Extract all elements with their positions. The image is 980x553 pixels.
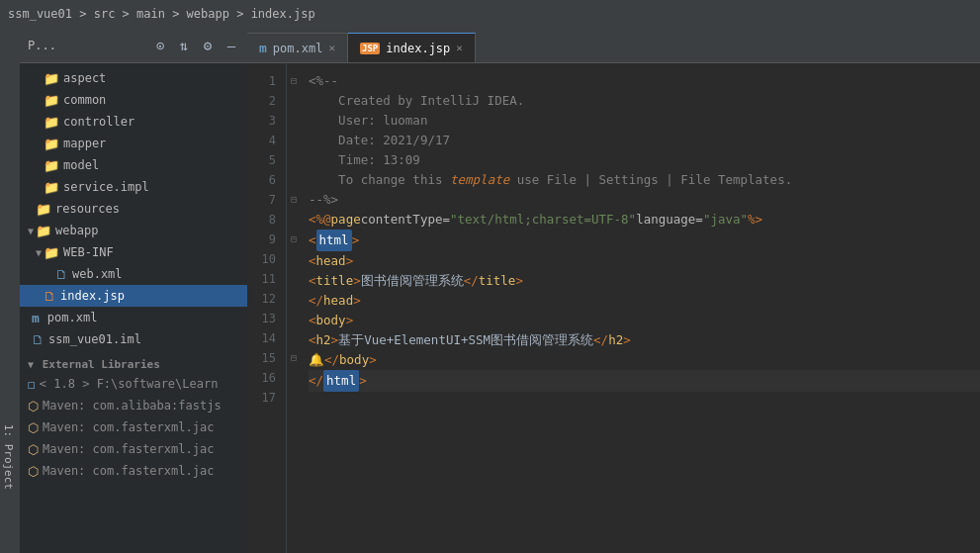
code-line-12: </head>	[309, 291, 980, 311]
tree-item-maven2[interactable]: ⬡ Maven: com.fasterxml.jac	[20, 416, 247, 438]
tree-label: index.jsp	[60, 289, 125, 303]
tree-item-jdk[interactable]: ◻ < 1.8 > F:\software\Learn	[20, 373, 247, 395]
code-line-4: Date: 2021/9/17	[309, 131, 980, 150]
tree-item-index-jsp[interactable]: 🗋 index.jsp	[20, 285, 247, 307]
tree-item-ssm-iml[interactable]: 🗋 ssm_vue01.iml	[20, 328, 247, 350]
fold-marker-9[interactable]: ⊟	[287, 230, 301, 249]
tab-bar: m pom.xml ✕ JSP index.jsp ✕	[247, 28, 980, 63]
editor-area: m pom.xml ✕ JSP index.jsp ✕ 1 2 3 4 5 6 …	[247, 28, 980, 553]
tree-label: model	[63, 158, 99, 172]
tab-label: pom.xml	[273, 42, 323, 55]
code-line-6: To change this template use File | Setti…	[309, 170, 980, 190]
gutter: ⊟ ⊟ ⊟ ⊟	[287, 63, 301, 553]
folder-icon: 📁	[44, 245, 59, 260]
m-icon: m	[32, 311, 40, 325]
tree-item-aspect[interactable]: 📁 aspect	[20, 67, 247, 89]
code-line-3: User: luoman	[309, 111, 980, 131]
code-line-1: <%--	[309, 71, 980, 91]
code-line-8: <%@ page contentType="text/html;charset=…	[309, 210, 980, 230]
sidebar: P... ⊙ ⇅ ⚙ — 📁 aspect 📁 common 📁 control…	[20, 28, 247, 553]
tree-label: Maven: com.fasterxml.jac	[43, 442, 214, 456]
code-editor[interactable]: 1 2 3 4 5 6 7 8 9 10 11 12 13 14 15 16 1…	[247, 63, 980, 553]
tree-item-webinf[interactable]: ▼ 📁 WEB-INF	[20, 241, 247, 263]
sidebar-tree: 📁 aspect 📁 common 📁 controller 📁 mapper	[20, 63, 247, 553]
tree-item-model[interactable]: 📁 model	[20, 154, 247, 176]
title-bar: ssm_vue01 > src > main > webapp > index.…	[0, 0, 980, 28]
tree-label: service.impl	[63, 180, 149, 194]
tree-item-maven1[interactable]: ⬡ Maven: com.alibaba:fastjs	[20, 395, 247, 416]
tab-pom-xml[interactable]: m pom.xml ✕	[247, 33, 348, 62]
tab-index-jsp[interactable]: JSP index.jsp ✕	[348, 33, 476, 62]
tree-item-controller[interactable]: 📁 controller	[20, 111, 247, 133]
folder-icon: 📁	[44, 158, 59, 173]
jsp-tab-icon: JSP	[360, 43, 380, 54]
code-line-10: <head>	[309, 251, 980, 271]
tree-label: web.xml	[72, 267, 123, 281]
project-strip-label: 1: Project	[0, 420, 17, 494]
tab-label: index.jsp	[386, 42, 450, 55]
tree-item-service-impl[interactable]: 📁 service.impl	[20, 176, 247, 198]
tree-item-webapp[interactable]: ▼ 📁 webapp	[20, 220, 247, 241]
tree-item-webxml[interactable]: 🗋 web.xml	[20, 263, 247, 285]
title-path: ssm_vue01 > src > main > webapp > index.…	[8, 7, 315, 21]
tab-close-index[interactable]: ✕	[456, 42, 463, 54]
fold-marker-15[interactable]: ⊟	[287, 348, 301, 368]
tree-item-mapper[interactable]: 📁 mapper	[20, 133, 247, 154]
folder-icon: 📁	[44, 137, 59, 151]
tree-label: mapper	[63, 137, 106, 150]
folder-icon: 📁	[44, 115, 59, 130]
tree-item-maven3[interactable]: ⬡ Maven: com.fasterxml.jac	[20, 438, 247, 460]
maven-icon: ⬡	[28, 442, 39, 457]
maven-icon: ⬡	[28, 464, 39, 479]
code-content[interactable]: <%-- Created by IntelliJ IDEA. User: luo…	[301, 63, 980, 553]
code-line-11: <title>图书借阅管理系统</title>	[309, 271, 980, 291]
maven-icon: ⬡	[28, 420, 39, 435]
settings-icon[interactable]: ⚙	[200, 38, 216, 53]
folder-icon: 📁	[36, 202, 51, 217]
code-line-5: Time: 13:09	[309, 150, 980, 170]
tree-label: resources	[55, 202, 120, 216]
tree-item-resources[interactable]: 📁 resources	[20, 198, 247, 220]
code-line-17	[309, 392, 980, 412]
code-line-13: <body>	[309, 311, 980, 330]
tab-close-pom[interactable]: ✕	[328, 42, 335, 54]
tree-label: < 1.8 > F:\software\Learn	[40, 377, 219, 391]
tree-label: pom.xml	[47, 311, 98, 324]
chevron-icon: ▼	[36, 247, 42, 258]
tree-label: Maven: com.fasterxml.jac	[43, 464, 214, 478]
tree-item-common[interactable]: 📁 common	[20, 89, 247, 111]
chevron-icon: ▼	[28, 359, 34, 370]
fold-marker-1[interactable]: ⊟	[287, 71, 301, 91]
code-line-7: --%>	[309, 190, 980, 210]
tree-item-pom-xml[interactable]: m pom.xml	[20, 307, 247, 328]
tree-label: aspect	[63, 71, 106, 85]
tree-item-maven4[interactable]: ⬡ Maven: com.fasterxml.jac	[20, 460, 247, 482]
tree-label: ssm_vue01.iml	[48, 332, 141, 346]
folder-icon: 📁	[44, 180, 59, 195]
locate-icon[interactable]: ⊙	[152, 38, 168, 53]
iml-icon: 🗋	[32, 332, 45, 347]
code-line-2: Created by IntelliJ IDEA.	[309, 91, 980, 111]
tree-label: WEB-INF	[63, 245, 114, 259]
tree-label: controller	[63, 115, 134, 129]
code-line-16: </html>	[309, 370, 980, 392]
tree-label: Maven: com.alibaba:fastjs	[43, 399, 222, 413]
tree-label: common	[63, 93, 106, 107]
fold-marker-7[interactable]: ⊟	[287, 190, 301, 210]
tree-label: webapp	[55, 224, 98, 237]
code-line-15: 🔔</body>	[309, 350, 980, 370]
maven-icon: ⬡	[28, 399, 39, 414]
folder-icon: 📁	[44, 71, 59, 86]
folder-icon: 📁	[44, 93, 59, 108]
jsp-icon: 🗋	[44, 289, 56, 304]
chevron-icon: ▼	[28, 226, 34, 236]
project-strip[interactable]: 1: Project	[0, 28, 20, 553]
tree-label: Maven: com.fasterxml.jac	[43, 420, 214, 434]
hide-icon[interactable]: —	[223, 38, 239, 53]
code-line-14: <h2>基于Vue+ElementUI+SSM图书借阅管理系统</h2>	[309, 330, 980, 350]
folder-icon: 📁	[36, 224, 51, 238]
collapse-icon[interactable]: ⇅	[176, 38, 192, 53]
xml-icon: 🗋	[55, 267, 68, 282]
code-line-9: <html>	[309, 230, 980, 251]
external-libraries-header[interactable]: ▼ External Libraries	[20, 350, 247, 373]
